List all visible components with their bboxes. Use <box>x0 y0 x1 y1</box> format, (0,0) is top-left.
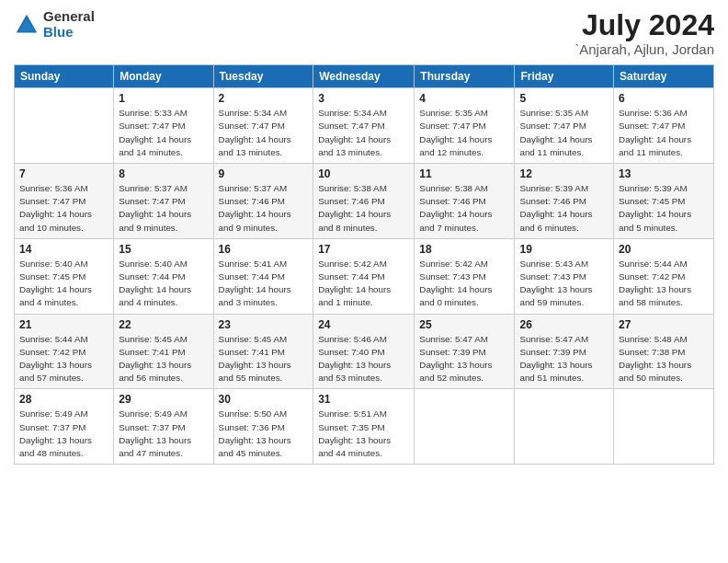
day-cell: 24Sunrise: 5:46 AM Sunset: 7:40 PM Dayli… <box>313 314 415 389</box>
day-number: 22 <box>119 318 208 331</box>
day-info: Sunrise: 5:33 AM Sunset: 7:47 PM Dayligh… <box>119 107 208 159</box>
logo-text: General Blue <box>43 9 95 40</box>
calendar-title: July 2024 <box>574 9 714 41</box>
day-info: Sunrise: 5:44 AM Sunset: 7:42 PM Dayligh… <box>19 333 108 385</box>
col-monday: Monday <box>114 65 213 88</box>
calendar-table: Sunday Monday Tuesday Wednesday Thursday… <box>14 64 714 465</box>
day-cell: 18Sunrise: 5:42 AM Sunset: 7:43 PM Dayli… <box>415 238 515 314</box>
day-cell: 8Sunrise: 5:37 AM Sunset: 7:47 PM Daylig… <box>114 164 213 239</box>
day-number: 26 <box>519 318 609 331</box>
calendar-subtitle: `Anjarah, Ajlun, Jordan <box>574 41 714 57</box>
col-tuesday: Tuesday <box>213 65 313 88</box>
day-number: 29 <box>119 393 208 406</box>
day-number: 17 <box>318 243 409 256</box>
day-info: Sunrise: 5:35 AM Sunset: 7:47 PM Dayligh… <box>419 107 509 159</box>
day-number: 2 <box>219 92 309 105</box>
day-cell: 2Sunrise: 5:34 AM Sunset: 7:47 PM Daylig… <box>213 88 313 164</box>
day-cell: 29Sunrise: 5:49 AM Sunset: 7:37 PM Dayli… <box>114 389 213 465</box>
day-cell: 20Sunrise: 5:44 AM Sunset: 7:42 PM Dayli… <box>614 238 714 314</box>
day-cell: 25Sunrise: 5:47 AM Sunset: 7:39 PM Dayli… <box>415 314 515 389</box>
day-number: 30 <box>219 393 309 406</box>
day-info: Sunrise: 5:49 AM Sunset: 7:37 PM Dayligh… <box>119 408 208 460</box>
day-info: Sunrise: 5:39 AM Sunset: 7:45 PM Dayligh… <box>619 182 709 235</box>
day-info: Sunrise: 5:38 AM Sunset: 7:46 PM Dayligh… <box>419 182 509 235</box>
day-cell: 27Sunrise: 5:48 AM Sunset: 7:38 PM Dayli… <box>614 314 714 389</box>
day-info: Sunrise: 5:36 AM Sunset: 7:47 PM Dayligh… <box>19 182 108 235</box>
day-info: Sunrise: 5:43 AM Sunset: 7:43 PM Dayligh… <box>519 258 609 310</box>
day-number: 15 <box>119 243 208 256</box>
col-saturday: Saturday <box>614 65 714 88</box>
day-number: 25 <box>419 318 509 331</box>
day-cell: 3Sunrise: 5:34 AM Sunset: 7:47 PM Daylig… <box>313 88 415 164</box>
day-info: Sunrise: 5:45 AM Sunset: 7:41 PM Dayligh… <box>119 333 208 385</box>
day-cell: 12Sunrise: 5:39 AM Sunset: 7:46 PM Dayli… <box>515 164 614 239</box>
day-info: Sunrise: 5:34 AM Sunset: 7:47 PM Dayligh… <box>318 107 409 159</box>
day-number: 1 <box>119 92 208 105</box>
week-row-3: 14Sunrise: 5:40 AM Sunset: 7:45 PM Dayli… <box>15 238 714 314</box>
day-cell: 4Sunrise: 5:35 AM Sunset: 7:47 PM Daylig… <box>415 88 515 164</box>
day-info: Sunrise: 5:48 AM Sunset: 7:38 PM Dayligh… <box>619 333 709 385</box>
day-info: Sunrise: 5:45 AM Sunset: 7:41 PM Dayligh… <box>219 333 309 385</box>
header-row: Sunday Monday Tuesday Wednesday Thursday… <box>15 65 714 88</box>
title-block: July 2024 `Anjarah, Ajlun, Jordan <box>574 9 714 57</box>
day-cell <box>614 389 714 465</box>
day-info: Sunrise: 5:44 AM Sunset: 7:42 PM Dayligh… <box>619 258 709 310</box>
day-info: Sunrise: 5:37 AM Sunset: 7:47 PM Dayligh… <box>119 182 208 235</box>
day-info: Sunrise: 5:41 AM Sunset: 7:44 PM Dayligh… <box>219 258 309 310</box>
day-number: 31 <box>318 393 409 406</box>
week-row-4: 21Sunrise: 5:44 AM Sunset: 7:42 PM Dayli… <box>15 314 714 389</box>
day-number: 5 <box>519 92 609 105</box>
col-friday: Friday <box>515 65 614 88</box>
day-info: Sunrise: 5:34 AM Sunset: 7:47 PM Dayligh… <box>219 107 309 159</box>
day-cell: 30Sunrise: 5:50 AM Sunset: 7:36 PM Dayli… <box>213 389 313 465</box>
day-cell: 28Sunrise: 5:49 AM Sunset: 7:37 PM Dayli… <box>15 389 114 465</box>
day-number: 19 <box>519 243 609 256</box>
day-cell: 10Sunrise: 5:38 AM Sunset: 7:46 PM Dayli… <box>313 164 415 239</box>
day-info: Sunrise: 5:49 AM Sunset: 7:37 PM Dayligh… <box>19 408 108 460</box>
day-info: Sunrise: 5:47 AM Sunset: 7:39 PM Dayligh… <box>419 333 509 385</box>
week-row-1: 1Sunrise: 5:33 AM Sunset: 7:47 PM Daylig… <box>15 88 714 164</box>
day-number: 21 <box>19 318 108 331</box>
day-number: 10 <box>318 167 409 180</box>
day-info: Sunrise: 5:46 AM Sunset: 7:40 PM Dayligh… <box>318 333 409 385</box>
day-cell: 14Sunrise: 5:40 AM Sunset: 7:45 PM Dayli… <box>15 238 114 314</box>
day-number: 8 <box>119 167 208 180</box>
day-cell: 1Sunrise: 5:33 AM Sunset: 7:47 PM Daylig… <box>114 88 213 164</box>
logo-general: General <box>43 9 95 25</box>
day-number: 28 <box>19 393 108 406</box>
day-number: 18 <box>419 243 509 256</box>
day-info: Sunrise: 5:50 AM Sunset: 7:36 PM Dayligh… <box>219 408 309 460</box>
day-info: Sunrise: 5:38 AM Sunset: 7:46 PM Dayligh… <box>318 182 409 235</box>
day-number: 14 <box>19 243 108 256</box>
day-info: Sunrise: 5:40 AM Sunset: 7:44 PM Dayligh… <box>119 258 208 310</box>
day-cell: 5Sunrise: 5:35 AM Sunset: 7:47 PM Daylig… <box>515 88 614 164</box>
day-cell: 17Sunrise: 5:42 AM Sunset: 7:44 PM Dayli… <box>313 238 415 314</box>
day-cell <box>515 389 614 465</box>
day-number: 9 <box>219 167 309 180</box>
col-thursday: Thursday <box>415 65 515 88</box>
day-info: Sunrise: 5:36 AM Sunset: 7:47 PM Dayligh… <box>619 107 709 159</box>
week-row-2: 7Sunrise: 5:36 AM Sunset: 7:47 PM Daylig… <box>15 164 714 239</box>
day-info: Sunrise: 5:39 AM Sunset: 7:46 PM Dayligh… <box>519 182 609 235</box>
logo-icon <box>14 12 40 38</box>
day-info: Sunrise: 5:37 AM Sunset: 7:46 PM Dayligh… <box>219 182 309 235</box>
day-number: 7 <box>19 167 108 180</box>
day-cell: 7Sunrise: 5:36 AM Sunset: 7:47 PM Daylig… <box>15 164 114 239</box>
day-number: 16 <box>219 243 309 256</box>
col-sunday: Sunday <box>15 65 114 88</box>
week-row-5: 28Sunrise: 5:49 AM Sunset: 7:37 PM Dayli… <box>15 389 714 465</box>
day-number: 23 <box>219 318 309 331</box>
day-number: 13 <box>619 167 709 180</box>
col-wednesday: Wednesday <box>313 65 415 88</box>
day-cell: 19Sunrise: 5:43 AM Sunset: 7:43 PM Dayli… <box>515 238 614 314</box>
day-cell: 21Sunrise: 5:44 AM Sunset: 7:42 PM Dayli… <box>15 314 114 389</box>
day-number: 6 <box>619 92 709 105</box>
day-cell: 23Sunrise: 5:45 AM Sunset: 7:41 PM Dayli… <box>213 314 313 389</box>
day-cell: 31Sunrise: 5:51 AM Sunset: 7:35 PM Dayli… <box>313 389 415 465</box>
day-number: 27 <box>619 318 709 331</box>
day-info: Sunrise: 5:40 AM Sunset: 7:45 PM Dayligh… <box>19 258 108 310</box>
day-number: 12 <box>519 167 609 180</box>
page: General Blue July 2024 `Anjarah, Ajlun, … <box>0 0 728 563</box>
day-cell: 15Sunrise: 5:40 AM Sunset: 7:44 PM Dayli… <box>114 238 213 314</box>
day-cell <box>15 88 114 164</box>
